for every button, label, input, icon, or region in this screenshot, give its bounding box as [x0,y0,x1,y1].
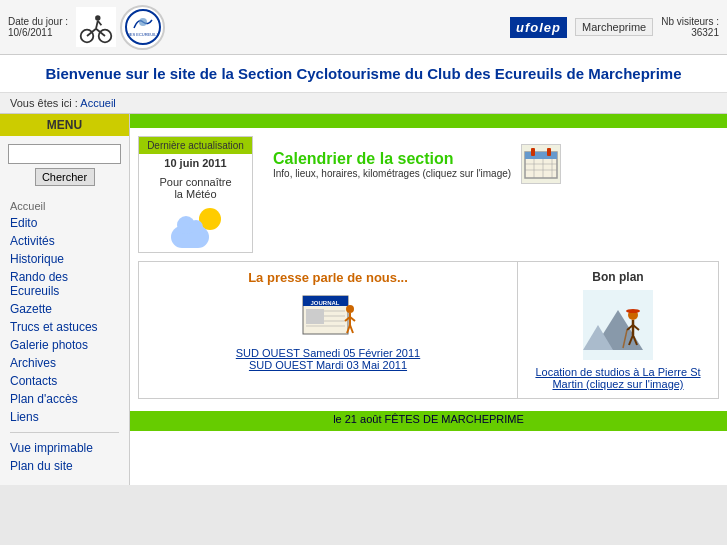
meteo-date: 10 juin 2011 [139,154,252,172]
header-right: ufolep Marcheprime Nb visiteurs : 36321 [510,16,719,38]
club-logo: DES ECUREUILS [120,5,165,50]
sidebar-link-rando[interactable]: Rando des Ecureuils [0,268,129,300]
breadcrumb: Vous êtes ici : Accueil [0,93,727,114]
presse-link-2[interactable]: SUD OUEST Mardi 03 Mai 2011 [147,359,509,371]
svg-line-3 [96,21,98,29]
ufolep-logo: ufolep [510,17,567,38]
content-area: Dernière actualisation 10 juin 2011 Pour… [130,114,727,485]
sidebar-divider [10,432,119,433]
svg-point-7 [126,10,160,44]
sidebar-link-galerie[interactable]: Galerie photos [0,336,129,354]
date-value: 10/6/2011 [8,27,68,38]
svg-rect-26 [306,309,324,324]
bonplan-image[interactable] [526,290,710,360]
presse-image: JOURNAL [147,291,509,341]
header-logos: DES ECUREUILS [76,5,165,50]
sidebar-section-label: Accueil [0,194,129,214]
presse-link-1[interactable]: SUD OUEST Samedi 05 Février 2011 [147,347,509,359]
sidebar-link-liens[interactable]: Liens [0,408,129,426]
sidebar-link-vue-imprimable[interactable]: Vue imprimable [0,439,129,457]
date-label: Date du jour : [8,16,68,27]
page-header: Date du jour : 10/6/2011 DES ECUREUILS [0,0,727,55]
main-layout: MENU Chercher Accueil Edito Activités Hi… [0,114,727,485]
presse-title: La presse parle de nous... [147,270,509,285]
calendrier-title: Calendrier de la section [273,150,511,168]
search-input[interactable] [8,144,121,164]
svg-line-32 [350,325,353,333]
sidebar-link-plan-acces[interactable]: Plan d'accès [0,390,129,408]
svg-text:JOURNAL: JOURNAL [310,300,339,306]
marcheprime-logo: Marcheprime [575,18,653,36]
search-area: Chercher [0,136,129,194]
sidebar-link-historique[interactable]: Historique [0,250,129,268]
svg-point-8 [139,18,147,26]
footer-text: le 21 août FÊTES DE MARCHEPRIME [130,411,727,427]
svg-rect-18 [547,148,551,156]
calendrier-section: Calendrier de la section Info, lieux, ho… [265,136,719,192]
bonplan-column: Bon plan [518,262,718,398]
calendrier-icon[interactable] [521,144,561,184]
content-inner: Dernière actualisation 10 juin 2011 Pour… [130,128,727,411]
weather-icon [171,208,221,248]
content-top-green-bar [130,114,727,128]
bonplan-link[interactable]: Location de studios à La Pierre St Marti… [526,366,710,390]
meteo-text: Pour connaître la Météo [139,172,252,204]
meteo-icon[interactable] [139,204,252,252]
svg-text:DES ECUREUILS: DES ECUREUILS [126,32,159,37]
sidebar-link-trucs[interactable]: Trucs et astuces [0,318,129,336]
svg-point-43 [626,309,640,313]
svg-line-6 [98,21,102,26]
sidebar-link-plan-site[interactable]: Plan du site [0,457,129,475]
search-button[interactable]: Chercher [35,168,95,186]
breadcrumb-home-link[interactable]: Accueil [80,97,115,109]
svg-rect-17 [531,148,535,156]
menu-title: MENU [0,114,129,136]
svg-point-2 [95,15,100,20]
meteo-header: Dernière actualisation [139,137,252,154]
svg-rect-11 [525,152,557,159]
sidebar-link-contacts[interactable]: Contacts [0,372,129,390]
sidebar-link-archives[interactable]: Archives [0,354,129,372]
page-title: Bienvenue sur le site de la Section Cycl… [0,55,727,93]
footer-green-bar: le 21 août FÊTES DE MARCHEPRIME [130,411,727,431]
meteo-box: Dernière actualisation 10 juin 2011 Pour… [138,136,253,253]
visitor-count: Nb visiteurs : 36321 [661,16,719,38]
calendrier-text: Calendrier de la section Info, lieux, ho… [273,150,511,179]
bonplan-title: Bon plan [526,270,710,284]
svg-point-27 [346,305,354,313]
sidebar-link-gazette[interactable]: Gazette [0,300,129,318]
date-section: Date du jour : 10/6/2011 [8,16,68,38]
presse-column: La presse parle de nous... JOURNAL [139,262,518,398]
cyclist-logo [76,7,116,47]
sidebar-link-edito[interactable]: Edito [0,214,129,232]
sidebar: MENU Chercher Accueil Edito Activités Hi… [0,114,130,485]
bottom-section: La presse parle de nous... JOURNAL [138,261,719,399]
cloud-shape [171,226,209,248]
sidebar-link-activites[interactable]: Activités [0,232,129,250]
calendrier-subtitle: Info, lieux, horaires, kilométrages (cli… [273,168,511,179]
